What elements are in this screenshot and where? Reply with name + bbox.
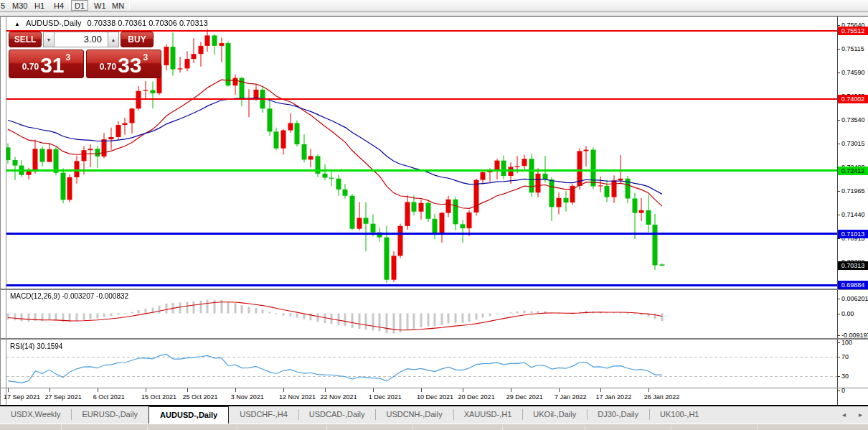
time-axis-tick-mark xyxy=(648,388,649,392)
sell-button[interactable]: SELL xyxy=(9,32,42,47)
symbol-tab-uk100[interactable]: UK100-,H1 xyxy=(649,406,709,424)
timeframe-button-m30[interactable]: M30 xyxy=(9,0,31,11)
status-bar-separator xyxy=(412,425,413,430)
time-axis-label: 17 Sep 2021 xyxy=(4,393,40,401)
price-level-badge: 0.71013 xyxy=(838,230,868,238)
one-click-top-row: SELL ▼ 3.00 ▲ BUY xyxy=(9,32,161,47)
price-axis-tick-mark xyxy=(837,144,840,144)
timeframe-toolbar: 5M30H1H4D1W1MN xyxy=(0,0,868,12)
status-bar-separator xyxy=(585,425,585,430)
macd-values: -0.003207 -0.000832 xyxy=(62,292,128,300)
status-bar-separator xyxy=(502,425,503,430)
macd-panel-separator[interactable] xyxy=(1,289,868,290)
volume-input[interactable]: 3.00 xyxy=(55,32,108,47)
symbol-tab-eurusd[interactable]: EURUSD-,Daily xyxy=(71,406,148,424)
time-axis-label: 7 Jan 2022 xyxy=(555,393,587,401)
timeframe-button-h1[interactable]: H1 xyxy=(31,0,48,11)
timeframe-button-w1[interactable]: W1 xyxy=(90,0,110,11)
price-axis-tick-mark xyxy=(837,238,840,239)
price-level-line[interactable] xyxy=(6,284,837,286)
time-axis-label: 15 Oct 2021 xyxy=(141,393,176,401)
time-axis-tick-mark xyxy=(373,388,374,392)
timeframe-button-mn[interactable]: MN xyxy=(108,0,128,11)
price-level-badge: 0.74002 xyxy=(838,95,868,103)
price-level-line[interactable] xyxy=(6,169,837,172)
price-axis-tick-label: 0.73540 xyxy=(841,116,865,123)
buy-button[interactable]: BUY xyxy=(121,32,154,47)
rsi-panel-separator[interactable] xyxy=(1,338,868,340)
one-click-price-row: 0.70313 0.70333 xyxy=(9,50,161,78)
rsi-axis-tick-label: 70 xyxy=(841,353,849,360)
price-axis-tick-mark xyxy=(837,191,840,192)
macd-indicator-canvas[interactable] xyxy=(6,290,837,338)
price-axis-tick-mark xyxy=(837,25,840,26)
price-axis-tick-label: 0.71965 xyxy=(841,187,865,195)
rsi-value: 30.1594 xyxy=(37,342,62,350)
time-axis-label: 17 Jan 2022 xyxy=(596,393,632,401)
symbol-tab-usdchf[interactable]: USDCHF-,H4 xyxy=(229,406,298,424)
chart-title: ▲AUDUSD-,Daily0.70338 0.70361 0.70306 0.… xyxy=(14,19,208,27)
symbol-tab-bar: USDX,WeeklyEURUSD-,DailyAUDUSD-,DailyUSD… xyxy=(0,406,868,424)
symbol-tab-usdcad[interactable]: USDCAD-,Daily xyxy=(298,406,376,424)
time-axis-tick-mark xyxy=(98,388,98,392)
symbol-tab-dj30[interactable]: DJ30-,Daily xyxy=(587,406,649,424)
window-left-border xyxy=(0,16,1,406)
rsi-axis-tick-mark xyxy=(837,391,840,391)
buy-price-main: 33 xyxy=(118,57,141,74)
macd-axis-tick-mark xyxy=(837,314,840,314)
collapse-panel-icon[interactable]: ▲ xyxy=(14,21,20,27)
symbol-tab-usdx[interactable]: USDX,Weekly xyxy=(0,406,71,424)
price-axis-tick-label: 0.75115 xyxy=(841,45,864,52)
price-axis-separator xyxy=(837,16,838,406)
time-axis-label: 12 Nov 2021 xyxy=(279,393,316,401)
tab-scroll-arrows: ◂ ▸ xyxy=(842,411,862,419)
rsi-indicator-canvas[interactable] xyxy=(6,340,837,388)
timeframe-button-5[interactable]: 5 xyxy=(0,0,9,11)
tab-scroll-left-icon[interactable]: ◂ xyxy=(842,411,846,419)
price-level-line[interactable] xyxy=(6,233,837,235)
time-axis-tick-mark xyxy=(8,388,9,392)
volume-increase-button[interactable]: ▲ xyxy=(108,32,119,47)
macd-axis-tick-mark xyxy=(837,335,840,336)
symbol-tab-ukoil[interactable]: UKOil-,Daily xyxy=(522,406,587,424)
time-axis-label: 1 Dec 2021 xyxy=(369,393,402,401)
price-level-line[interactable] xyxy=(6,98,837,100)
symbol-tab-audusd[interactable]: AUDUSD-,Daily xyxy=(148,406,229,424)
toolbar-separator xyxy=(69,1,70,10)
time-axis-tick-mark xyxy=(511,388,511,392)
time-axis-label: 10 Dec 2021 xyxy=(417,393,453,401)
time-axis-tick-mark xyxy=(187,388,188,392)
time-axis-tick-mark xyxy=(146,388,146,392)
macd-axis-tick-label: 0.006201 xyxy=(841,295,868,302)
status-bar-separator xyxy=(326,425,327,430)
status-bar-separator xyxy=(61,425,62,430)
symbol-tab-xauusd[interactable]: XAUUSD-,H1 xyxy=(453,406,523,424)
sell-price-prefix: 0.70 xyxy=(22,62,39,72)
sell-price-pipette: 3 xyxy=(66,52,71,62)
buy-price-tile[interactable]: 0.70333 xyxy=(86,50,161,78)
timeframe-button-h4[interactable]: H4 xyxy=(50,0,67,11)
time-axis-tick-mark xyxy=(463,388,463,392)
buy-price-prefix: 0.70 xyxy=(100,62,116,72)
time-axis-tick-mark xyxy=(421,388,422,392)
price-axis-tick-mark xyxy=(837,120,840,121)
tab-scroll-right-icon[interactable]: ▸ xyxy=(859,411,862,419)
time-axis-label: 6 Oct 2021 xyxy=(93,393,125,401)
time-axis-tick-mark xyxy=(325,388,326,392)
time-axis-label: 29 Dec 2021 xyxy=(506,393,543,401)
symbol-tab-usdcnh[interactable]: USDCNH-,Daily xyxy=(375,406,453,424)
rsi-label: RSI(14) 30.1594 xyxy=(10,342,62,350)
sell-price-tile[interactable]: 0.70313 xyxy=(9,50,84,78)
rsi-axis-tick-mark xyxy=(837,342,840,343)
price-level-badge: 0.69884 xyxy=(838,281,868,289)
volume-decrease-button[interactable]: ▼ xyxy=(43,32,55,47)
chart-symbol-period: AUDUSD-,Daily xyxy=(26,19,82,27)
status-bar-separator xyxy=(147,425,148,430)
sell-price-main: 31 xyxy=(40,57,64,74)
time-axis-tick-mark xyxy=(235,388,236,392)
time-axis-separator xyxy=(1,388,868,388)
price-level-badge: 0.75512 xyxy=(838,27,868,35)
price-level-badge: 0.72412 xyxy=(838,167,868,175)
timeframe-button-d1[interactable]: D1 xyxy=(71,0,88,11)
rsi-axis-tick-mark xyxy=(837,357,840,357)
